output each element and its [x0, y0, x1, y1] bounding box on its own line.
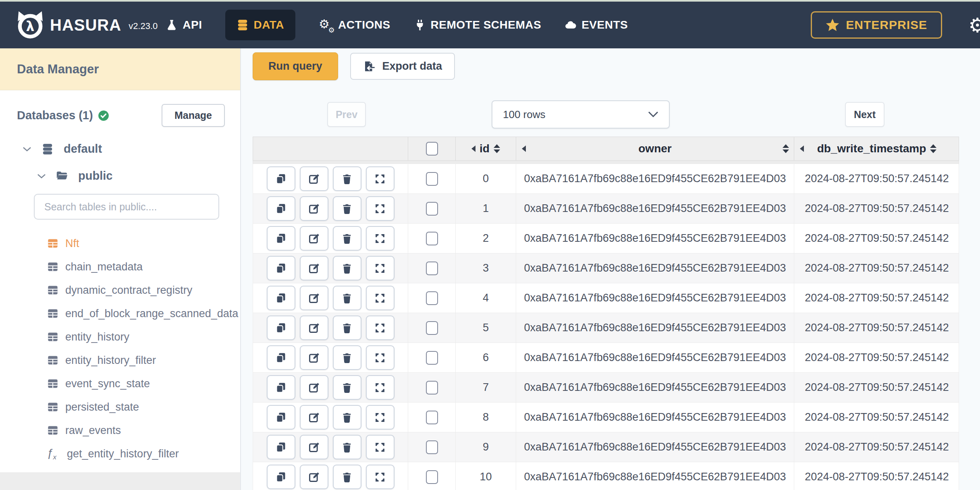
rows-per-page-select[interactable]: 100 rows	[492, 100, 670, 129]
clone-row-button[interactable]	[267, 226, 295, 251]
copy-icon	[275, 293, 287, 304]
row-checkbox[interactable]	[426, 202, 438, 216]
expand-row-button[interactable]	[366, 166, 394, 191]
row-checkbox[interactable]	[426, 291, 438, 305]
settings-gear-icon[interactable]: ⚙	[968, 15, 980, 35]
sidebar-table-item[interactable]: raw_events	[0, 419, 240, 442]
delete-row-button[interactable]	[333, 375, 361, 400]
delete-row-button[interactable]	[333, 435, 361, 459]
expand-row-button[interactable]	[366, 286, 394, 310]
edit-icon	[308, 263, 320, 274]
delete-row-button[interactable]	[333, 345, 361, 370]
run-query-button[interactable]: Run query	[253, 52, 338, 80]
edit-row-button[interactable]	[300, 345, 328, 370]
row-select-cell	[408, 462, 456, 490]
clone-row-button[interactable]	[267, 345, 295, 370]
edit-row-button[interactable]	[300, 435, 328, 459]
sidebar-table-item[interactable]: dynamic_contract_registry	[0, 278, 240, 302]
clone-row-button[interactable]	[267, 375, 295, 400]
clone-row-button[interactable]	[267, 256, 295, 280]
sidebar-table-item[interactable]: end_of_block_range_scanned_data	[0, 302, 240, 325]
edit-row-button[interactable]	[300, 405, 328, 430]
row-checkbox[interactable]	[426, 262, 438, 275]
search-input[interactable]	[34, 194, 219, 220]
delete-row-button[interactable]	[333, 196, 361, 221]
nav-item-events[interactable]: EVENTS	[565, 19, 628, 31]
row-checkbox[interactable]	[426, 351, 438, 365]
tree-node-public[interactable]: public	[37, 169, 240, 183]
expand-row-button[interactable]	[366, 316, 394, 340]
caret-left-icon[interactable]	[522, 145, 526, 152]
delete-row-button[interactable]	[333, 166, 361, 191]
expand-row-button[interactable]	[366, 226, 394, 251]
caret-left-icon[interactable]	[800, 145, 804, 152]
clone-row-button[interactable]	[267, 196, 295, 221]
tree-node-default[interactable]: default	[23, 142, 240, 156]
sidebar-table-item[interactable]: entity_history_filter	[0, 349, 240, 372]
sidebar-table-item[interactable]: chain_metadata	[0, 255, 240, 278]
enterprise-button[interactable]: ENTERPRISE	[811, 11, 942, 39]
nav-item-data[interactable]: DATA	[225, 10, 295, 40]
edit-row-button[interactable]	[300, 256, 328, 280]
caret-left-icon[interactable]	[471, 145, 475, 152]
edit-row-button[interactable]	[300, 465, 328, 489]
hasura-logo-icon[interactable]: λ	[15, 11, 45, 39]
delete-row-button[interactable]	[333, 465, 361, 489]
sidebar-table-item[interactable]: entity_history	[0, 325, 240, 349]
edit-row-button[interactable]	[300, 286, 328, 310]
expand-row-button[interactable]	[366, 435, 394, 459]
sort-icon[interactable]	[494, 144, 500, 153]
delete-row-button[interactable]	[333, 286, 361, 310]
expand-row-button[interactable]	[366, 256, 394, 280]
edit-row-button[interactable]	[300, 166, 328, 191]
delete-row-button[interactable]	[333, 256, 361, 280]
sidebar-table-item[interactable]: persisted_state	[0, 395, 240, 419]
sort-icon[interactable]	[930, 144, 936, 153]
sidebar-table-item[interactable]: ƒx get_entity_history_filter	[0, 442, 240, 465]
prev-page-button[interactable]: Prev	[327, 102, 366, 127]
edit-row-button[interactable]	[300, 375, 328, 400]
expand-row-button[interactable]	[366, 345, 394, 370]
nav-item-remote-schemas[interactable]: REMOTE SCHEMAS	[414, 19, 542, 31]
clone-row-button[interactable]	[267, 316, 295, 340]
chevron-down-icon[interactable]	[37, 173, 46, 179]
expand-row-button[interactable]	[366, 196, 394, 221]
row-checkbox[interactable]	[426, 232, 438, 245]
expand-row-button[interactable]	[366, 375, 394, 400]
nav-item-actions[interactable]: ⚙⚙ ACTIONS	[319, 18, 390, 32]
row-checkbox[interactable]	[426, 381, 438, 394]
expand-row-button[interactable]	[366, 405, 394, 430]
row-checkbox[interactable]	[426, 172, 438, 186]
delete-row-button[interactable]	[333, 316, 361, 340]
delete-row-button[interactable]	[333, 226, 361, 251]
clone-row-button[interactable]	[267, 166, 295, 191]
sidebar-title: Data Manager	[0, 48, 240, 90]
select-all-checkbox[interactable]	[426, 142, 438, 156]
edit-row-button[interactable]	[300, 316, 328, 340]
row-checkbox[interactable]	[426, 411, 438, 424]
expand-row-button[interactable]	[366, 465, 394, 489]
header-cell-id[interactable]: id	[456, 137, 516, 160]
edit-row-button[interactable]	[300, 196, 328, 221]
delete-row-button[interactable]	[333, 405, 361, 430]
row-checkbox[interactable]	[426, 321, 438, 335]
manage-button[interactable]: Manage	[162, 104, 225, 127]
row-checkbox[interactable]	[426, 440, 438, 454]
clone-row-button[interactable]	[267, 405, 295, 430]
clone-row-button[interactable]	[267, 435, 295, 459]
row-checkbox[interactable]	[426, 470, 438, 484]
sidebar-table-item[interactable]: Nft	[0, 232, 240, 255]
next-page-button[interactable]: Next	[845, 102, 884, 127]
edit-row-button[interactable]	[300, 226, 328, 251]
sidebar-horizontal-scrollbar[interactable]	[0, 472, 240, 490]
sidebar-table-item[interactable]: event_sync_state	[0, 372, 240, 395]
nav-item-label: API	[183, 19, 202, 31]
nav-item-api[interactable]: API	[166, 19, 202, 31]
chevron-down-icon[interactable]	[23, 146, 31, 152]
clone-row-button[interactable]	[267, 286, 295, 310]
export-data-button[interactable]: Export data	[350, 53, 455, 80]
header-cell-db-write-timestamp[interactable]: db_write_timestamp	[794, 137, 959, 160]
header-cell-owner[interactable]: owner	[516, 137, 794, 160]
clone-row-button[interactable]	[267, 465, 295, 489]
sort-icon[interactable]	[783, 144, 789, 153]
